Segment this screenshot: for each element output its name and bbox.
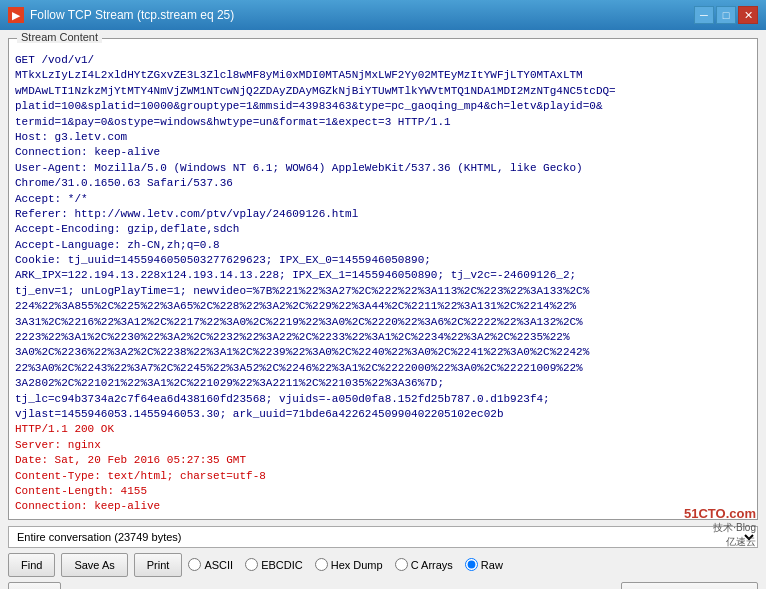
radio-ascii[interactable]: ASCII [188, 558, 233, 571]
window-title: Follow TCP Stream (tcp.stream eq 25) [30, 8, 234, 22]
conversation-select[interactable]: Entire conversation (23749 bytes) [8, 526, 758, 548]
radio-ebcdic-input[interactable] [245, 558, 258, 571]
app-icon: ▶ [8, 7, 24, 23]
radio-ascii-label: ASCII [204, 559, 233, 571]
radio-ascii-input[interactable] [188, 558, 201, 571]
help-button[interactable]: Help [8, 582, 61, 589]
radio-carrays-label: C Arrays [411, 559, 453, 571]
radio-carrays[interactable]: C Arrays [395, 558, 453, 571]
response-content: HTTP/1.1 200 OK Server: nginx Date: Sat,… [15, 423, 266, 512]
buttons-radio-row: Find Save As Print ASCII EBCDIC Hex Dump [8, 553, 758, 577]
save-as-button[interactable]: Save As [61, 553, 127, 577]
group-legend-label: Stream Content [17, 31, 102, 43]
print-button[interactable]: Print [134, 553, 183, 577]
request-content: GET /vod/v1/ MTkxLzIyLzI4L2xldHYtZGxvZE3… [15, 54, 616, 420]
close-button[interactable]: ✕ [738, 6, 758, 24]
radio-ebcdic-label: EBCDIC [261, 559, 303, 571]
minimize-button[interactable]: ─ [694, 6, 714, 24]
title-bar-controls: ─ □ ✕ [694, 6, 758, 24]
title-bar-left: ▶ Follow TCP Stream (tcp.stream eq 25) [8, 7, 234, 23]
radio-raw-label: Raw [481, 559, 503, 571]
bottom-section: Entire conversation (23749 bytes) Find S… [8, 526, 758, 589]
conversation-row: Entire conversation (23749 bytes) [8, 526, 758, 548]
radio-raw-input[interactable] [465, 558, 478, 571]
encoding-radio-group: ASCII EBCDIC Hex Dump C Arrays Raw [188, 558, 758, 571]
radio-hexdump-label: Hex Dump [331, 559, 383, 571]
radio-raw[interactable]: Raw [465, 558, 503, 571]
watermark: 51CTO.com 技术·Blog 亿速云 [684, 506, 756, 549]
stream-content-textarea[interactable]: GET /vod/v1/ MTkxLzIyLzI4L2xldHYtZGxvZE3… [9, 49, 757, 519]
radio-ebcdic[interactable]: EBCDIC [245, 558, 303, 571]
find-button[interactable]: Find [8, 553, 55, 577]
stream-content-group: Stream Content GET /vod/v1/ MTkxLzIyLzI4… [8, 38, 758, 520]
radio-hexdump[interactable]: Hex Dump [315, 558, 383, 571]
watermark-line2: 技术·Blog [684, 521, 756, 535]
filter-out-button[interactable]: Filter Out This Stream [621, 582, 758, 589]
main-window: Stream Content GET /vod/v1/ MTkxLzIyLzI4… [0, 30, 766, 589]
maximize-button[interactable]: □ [716, 6, 736, 24]
watermark-line1: 51CTO.com [684, 506, 756, 521]
radio-carrays-input[interactable] [395, 558, 408, 571]
title-bar: ▶ Follow TCP Stream (tcp.stream eq 25) ─… [0, 0, 766, 30]
radio-hexdump-input[interactable] [315, 558, 328, 571]
watermark-line3: 亿速云 [684, 535, 756, 549]
bottom-buttons-row: Help Filter Out This Stream [8, 582, 758, 589]
